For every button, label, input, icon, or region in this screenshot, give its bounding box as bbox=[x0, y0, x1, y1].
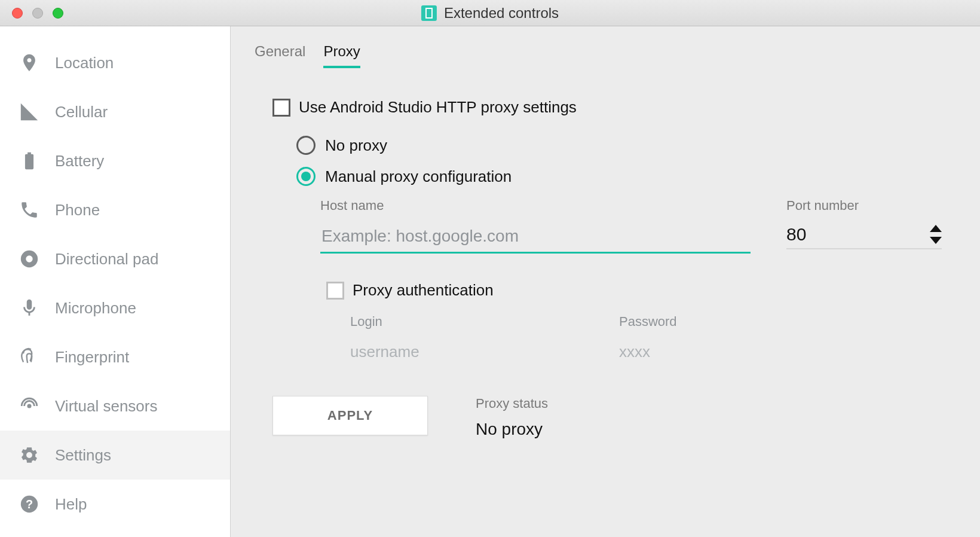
tabs: General Proxy bbox=[255, 43, 956, 68]
host-field: Host name bbox=[320, 198, 751, 254]
phone-icon bbox=[19, 200, 39, 220]
radio-button bbox=[296, 136, 316, 155]
window-maximize-button[interactable] bbox=[53, 8, 63, 19]
password-label: Password bbox=[619, 314, 798, 329]
port-step-down[interactable] bbox=[930, 237, 942, 244]
svg-text:?: ? bbox=[26, 498, 33, 511]
port-step-up[interactable] bbox=[930, 225, 942, 232]
title-bar: Extended controls bbox=[0, 0, 980, 26]
svg-point-1 bbox=[26, 255, 32, 262]
gear-icon bbox=[19, 445, 39, 465]
svg-point-2 bbox=[27, 404, 31, 408]
directional-pad-icon bbox=[19, 249, 39, 269]
microphone-icon bbox=[19, 298, 39, 318]
manual-proxy-block: Host name Port number 80 bbox=[320, 198, 956, 365]
window-minimize-button[interactable] bbox=[32, 8, 43, 19]
auth-block: Proxy authentication Login Password bbox=[326, 281, 956, 365]
proxy-status-block: Proxy status No proxy bbox=[476, 396, 548, 439]
sidebar-item-label: Location bbox=[55, 54, 114, 72]
password-input[interactable] bbox=[619, 339, 798, 365]
radio-no-proxy[interactable]: No proxy bbox=[296, 136, 956, 155]
sidebar-item-label: Phone bbox=[55, 201, 100, 219]
sidebar-item-virtual-sensors[interactable]: Virtual sensors bbox=[0, 382, 230, 431]
bottom-row: APPLY Proxy status No proxy bbox=[272, 396, 956, 439]
sidebar-item-label: Directional pad bbox=[55, 250, 158, 268]
login-field: Login bbox=[350, 314, 529, 365]
port-field: Port number 80 bbox=[786, 198, 942, 254]
port-input[interactable]: 80 bbox=[786, 224, 806, 245]
sidebar: Location Cellular Battery Phone Directio bbox=[0, 26, 231, 537]
tab-general[interactable]: General bbox=[255, 43, 305, 66]
traffic-lights bbox=[0, 8, 63, 19]
sidebar-item-directional-pad[interactable]: Directional pad bbox=[0, 234, 230, 283]
login-label: Login bbox=[350, 314, 529, 329]
apply-button[interactable]: APPLY bbox=[272, 396, 428, 435]
sidebar-item-fingerprint[interactable]: Fingerprint bbox=[0, 332, 230, 382]
sidebar-item-phone[interactable]: Phone bbox=[0, 185, 230, 234]
radio-label: Manual proxy configuration bbox=[325, 167, 512, 186]
sidebar-item-label: Cellular bbox=[55, 103, 108, 121]
proxy-mode-group: No proxy Manual proxy configuration bbox=[296, 136, 956, 186]
password-field: Password bbox=[619, 314, 798, 365]
login-input[interactable] bbox=[350, 339, 529, 365]
proxy-auth-checkbox[interactable] bbox=[326, 282, 344, 300]
sensors-icon bbox=[19, 396, 39, 416]
app-icon bbox=[421, 5, 437, 21]
battery-icon bbox=[19, 151, 39, 171]
host-label: Host name bbox=[320, 198, 751, 213]
sidebar-item-microphone[interactable]: Microphone bbox=[0, 283, 230, 332]
title-center: Extended controls bbox=[421, 5, 559, 22]
use-as-http-row: Use Android Studio HTTP proxy settings bbox=[272, 98, 956, 117]
sidebar-item-label: Fingerprint bbox=[55, 348, 129, 367]
sidebar-item-location[interactable]: Location bbox=[0, 38, 230, 87]
use-as-http-checkbox[interactable] bbox=[272, 99, 290, 117]
use-as-http-label: Use Android Studio HTTP proxy settings bbox=[299, 98, 577, 117]
window-close-button[interactable] bbox=[12, 8, 23, 19]
sidebar-item-settings[interactable]: Settings bbox=[0, 431, 230, 480]
proxy-form: Use Android Studio HTTP proxy settings N… bbox=[255, 68, 956, 439]
fingerprint-icon bbox=[19, 347, 39, 367]
sidebar-item-cellular[interactable]: Cellular bbox=[0, 87, 230, 136]
sidebar-item-battery[interactable]: Battery bbox=[0, 136, 230, 185]
proxy-status-label: Proxy status bbox=[476, 396, 548, 411]
cellular-icon bbox=[19, 102, 39, 122]
radio-manual-proxy[interactable]: Manual proxy configuration bbox=[296, 167, 956, 186]
location-icon bbox=[19, 53, 39, 73]
host-input[interactable] bbox=[320, 224, 751, 254]
proxy-auth-label: Proxy authentication bbox=[353, 281, 494, 300]
tab-proxy[interactable]: Proxy bbox=[323, 43, 360, 68]
help-icon: ? bbox=[19, 494, 39, 514]
main-panel: General Proxy Use Android Studio HTTP pr… bbox=[231, 26, 980, 537]
port-spinner bbox=[930, 225, 942, 244]
sidebar-item-label: Settings bbox=[55, 446, 111, 465]
radio-button bbox=[296, 167, 316, 186]
sidebar-item-label: Battery bbox=[55, 152, 104, 170]
port-label: Port number bbox=[786, 198, 942, 213]
sidebar-item-label: Virtual sensors bbox=[55, 397, 158, 416]
window-title: Extended controls bbox=[444, 5, 559, 22]
sidebar-item-help[interactable]: ? Help bbox=[0, 480, 230, 529]
radio-label: No proxy bbox=[325, 136, 387, 155]
sidebar-item-label: Help bbox=[55, 495, 87, 514]
sidebar-item-label: Microphone bbox=[55, 299, 136, 318]
proxy-status-value: No proxy bbox=[476, 420, 548, 439]
